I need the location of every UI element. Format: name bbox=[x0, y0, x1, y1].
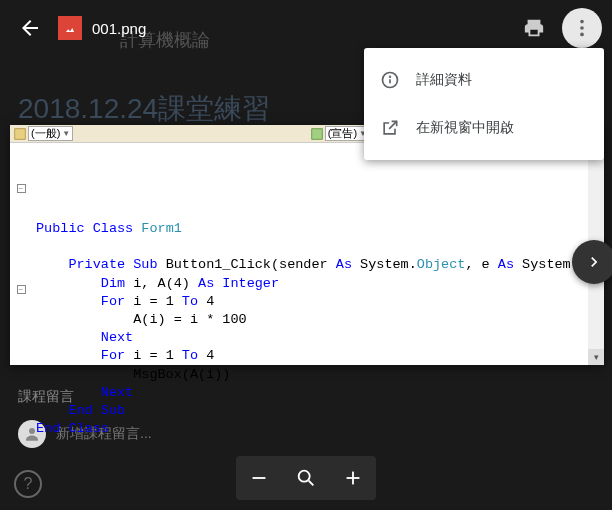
chevron-right-icon bbox=[584, 252, 604, 272]
next-image-button[interactable] bbox=[572, 240, 612, 284]
zoom-reset-button[interactable] bbox=[288, 460, 324, 496]
open-in-new-icon bbox=[380, 118, 400, 138]
more-options-menu: 詳細資料 在新視窗中開啟 bbox=[364, 48, 604, 160]
print-button[interactable] bbox=[514, 8, 554, 48]
zoom-in-button[interactable] bbox=[335, 460, 371, 496]
svg-point-1 bbox=[580, 20, 584, 24]
menu-item-details[interactable]: 詳細資料 bbox=[364, 56, 604, 104]
print-icon bbox=[523, 17, 545, 39]
svg-rect-4 bbox=[15, 128, 26, 139]
code-editor[interactable]: − − Public Class Form1 Private Sub Butto… bbox=[10, 143, 604, 497]
more-vert-icon bbox=[571, 17, 593, 39]
code-gutter: − − bbox=[10, 147, 32, 331]
back-button[interactable] bbox=[10, 8, 50, 48]
magnifier-icon bbox=[295, 467, 317, 489]
svg-point-10 bbox=[299, 471, 310, 482]
menu-item-label: 詳細資料 bbox=[416, 71, 472, 89]
image-content: (一般)▼ (宣告)▼ − − Public Class Form1 Priva… bbox=[10, 125, 604, 365]
svg-rect-13 bbox=[352, 472, 354, 485]
file-name: 001.png bbox=[92, 20, 146, 37]
svg-rect-5 bbox=[312, 128, 323, 139]
exercise-title: 2018.12.24課堂練習 bbox=[18, 90, 270, 128]
svg-rect-9 bbox=[253, 477, 266, 479]
more-options-button[interactable] bbox=[562, 8, 602, 48]
module-icon bbox=[14, 128, 26, 140]
image-file-icon bbox=[58, 16, 82, 40]
menu-item-open-new-window[interactable]: 在新視窗中開啟 bbox=[364, 104, 604, 152]
declarations-icon bbox=[311, 128, 323, 140]
zoom-out-button[interactable] bbox=[241, 460, 277, 496]
arrow-left-icon bbox=[18, 16, 42, 40]
svg-point-2 bbox=[580, 26, 584, 30]
info-icon bbox=[380, 70, 400, 90]
general-dropdown[interactable]: (一般)▼ bbox=[10, 126, 77, 141]
svg-point-8 bbox=[390, 76, 391, 77]
scroll-down[interactable]: ▾ bbox=[588, 349, 604, 365]
plus-icon bbox=[342, 467, 364, 489]
zoom-controls bbox=[236, 456, 376, 500]
svg-line-11 bbox=[309, 481, 314, 486]
svg-point-3 bbox=[580, 33, 584, 37]
menu-item-label: 在新視窗中開啟 bbox=[416, 119, 514, 137]
minus-icon bbox=[248, 467, 270, 489]
